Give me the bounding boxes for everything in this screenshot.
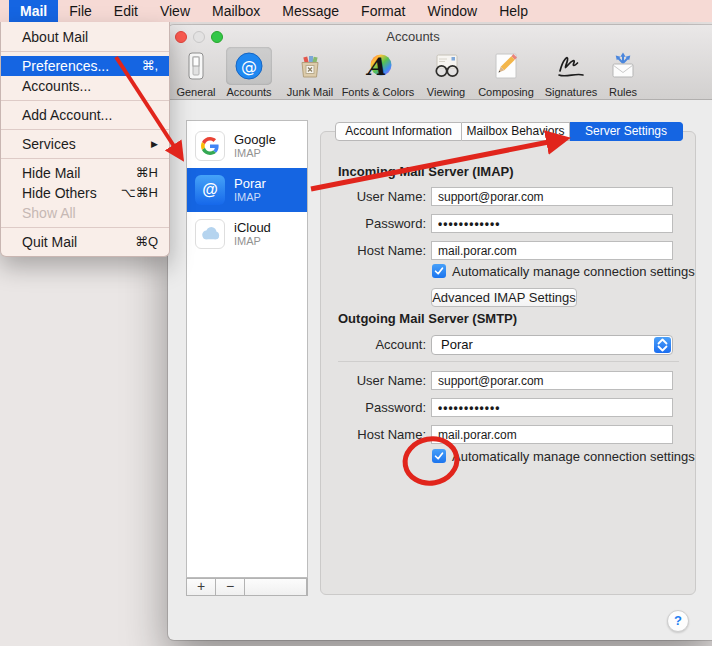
popup-stepper-icon (654, 337, 671, 353)
menubar-item-file[interactable]: File (58, 0, 103, 22)
menu-bar: Mail File Edit View Mailbox Message Form… (0, 0, 712, 22)
tab-account-information[interactable]: Account Information (335, 122, 462, 141)
menu-item-add-account[interactable]: Add Account... (1, 105, 169, 125)
outgoing-heading: Outgoing Mail Server (SMTP) (338, 311, 517, 326)
menu-item-preferences[interactable]: Preferences... ⌘, (1, 56, 169, 76)
outgoing-password-input[interactable] (431, 398, 673, 417)
menu-item-quit-mail[interactable]: Quit Mail ⌘Q (1, 232, 169, 252)
smtp-account-popup[interactable]: Porar (431, 335, 673, 355)
minimize-window-button[interactable] (193, 31, 205, 43)
smtp-separator (338, 361, 679, 362)
menu-separator (1, 47, 169, 56)
menu-item-shortcut: ⌘H (136, 163, 158, 183)
incoming-heading: Incoming Mail Server (IMAP) (338, 164, 514, 179)
font-colorwheel-icon: A (355, 47, 401, 85)
menu-item-services[interactable]: Services ▶ (1, 134, 169, 154)
incoming-host-label: Host Name: (331, 241, 426, 260)
menu-item-about-mail[interactable]: About Mail (1, 27, 169, 47)
account-name: Google (234, 132, 276, 147)
close-window-button[interactable] (175, 31, 187, 43)
menu-item-label: Add Account... (22, 105, 112, 125)
settings-panel: Incoming Mail Server (IMAP) User Name: P… (320, 131, 696, 595)
menu-separator (1, 223, 169, 232)
junk-bin-icon (287, 47, 333, 85)
outgoing-user-label: User Name: (331, 371, 426, 390)
menu-item-hide-mail[interactable]: Hide Mail ⌘H (1, 163, 169, 183)
menubar-item-help[interactable]: Help (488, 0, 539, 22)
outgoing-host-input[interactable] (431, 425, 673, 444)
account-row-text: Porar IMAP (234, 176, 266, 204)
window-title: Accounts (353, 29, 473, 44)
toolbar-label: Rules (578, 86, 668, 98)
menubar-item-format[interactable]: Format (350, 0, 416, 22)
account-row-text: iCloud IMAP (234, 220, 271, 248)
menu-item-label: Services (22, 134, 76, 154)
envelope-arrows-icon (600, 47, 646, 85)
menubar-item-view[interactable]: View (149, 0, 201, 22)
outgoing-host-label: Host Name: (331, 425, 426, 444)
outgoing-password-label: Password: (331, 398, 426, 417)
icloud-cloud-icon (195, 219, 225, 249)
menu-item-shortcut: ⌥⌘H (121, 183, 158, 203)
accounts-window: Accounts General @ Accounts (168, 25, 712, 640)
menu-item-hide-others[interactable]: Hide Others ⌥⌘H (1, 183, 169, 203)
at-badge-icon: @ (195, 175, 225, 205)
menu-item-shortcut: ⌘, (141, 56, 158, 76)
tab-server-settings[interactable]: Server Settings (570, 122, 683, 141)
add-account-button[interactable]: + (187, 579, 216, 595)
account-row-text: Google IMAP (234, 132, 276, 160)
account-row-icloud[interactable]: iCloud IMAP (187, 212, 307, 256)
menu-separator (1, 154, 169, 163)
incoming-auto-manage-checkbox[interactable] (432, 264, 446, 278)
outgoing-auto-manage-label: Automatically manage connection settings (452, 449, 695, 464)
account-protocol: IMAP (234, 147, 276, 160)
outgoing-user-input[interactable] (431, 371, 673, 390)
smtp-account-value: Porar (441, 337, 473, 352)
tab-mailbox-behaviors[interactable]: Mailbox Behaviors (462, 122, 570, 141)
incoming-user-input[interactable] (431, 187, 673, 206)
menu-item-show-all: Show All (1, 203, 169, 223)
menu-item-label: About Mail (22, 27, 88, 47)
incoming-auto-manage-label: Automatically manage connection settings (452, 264, 695, 279)
account-name: iCloud (234, 220, 271, 235)
outgoing-auto-manage-checkbox[interactable] (432, 449, 446, 463)
outgoing-auto-manage-row: Automatically manage connection settings (432, 448, 695, 464)
menubar-item-message[interactable]: Message (271, 0, 350, 22)
incoming-password-input[interactable] (431, 214, 673, 233)
menubar-item-mail[interactable]: Mail (9, 0, 58, 22)
incoming-user-label: User Name: (331, 187, 426, 206)
accounts-sidebar-list: Google IMAP @ Porar IMAP iCloud (186, 120, 308, 578)
mail-menu-dropdown: About Mail Preferences... ⌘, Accounts...… (0, 22, 170, 257)
incoming-password-label: Password: (331, 214, 426, 233)
menu-item-label: Quit Mail (22, 232, 77, 252)
account-name: Porar (234, 176, 266, 191)
pencil-icon (483, 47, 529, 85)
advanced-imap-settings-button[interactable]: Advanced IMAP Settings (431, 288, 577, 307)
account-protocol: IMAP (234, 235, 271, 248)
menu-item-accounts[interactable]: Accounts... (1, 76, 169, 96)
menubar-item-mailbox[interactable]: Mailbox (201, 0, 271, 22)
account-row-google[interactable]: Google IMAP (187, 124, 307, 168)
incoming-host-input[interactable] (431, 241, 673, 260)
account-row-porar[interactable]: @ Porar IMAP (187, 168, 307, 212)
remove-account-button[interactable]: − (216, 579, 245, 595)
account-protocol: IMAP (234, 191, 266, 204)
menu-separator (1, 125, 169, 134)
toolbar-item-rules[interactable]: Rules (578, 47, 668, 98)
svg-text:@: @ (241, 57, 257, 76)
outgoing-account-label: Account: (331, 335, 426, 354)
settings-tabs: Account Information Mailbox Behaviors Se… (335, 122, 683, 141)
svg-text:A: A (365, 52, 386, 81)
zoom-window-button[interactable] (211, 31, 223, 43)
window-titlebar: Accounts General @ Accounts (168, 25, 712, 100)
incoming-auto-manage-row: Automatically manage connection settings (432, 263, 695, 279)
menu-item-label: Hide Mail (22, 163, 80, 183)
menu-separator (1, 96, 169, 105)
menu-item-label: Show All (22, 203, 76, 223)
help-button[interactable]: ? (667, 610, 689, 632)
menubar-item-edit[interactable]: Edit (103, 0, 149, 22)
menubar-item-window[interactable]: Window (416, 0, 488, 22)
google-logo-icon (195, 131, 225, 161)
menu-item-label: Accounts... (22, 76, 91, 96)
menu-item-shortcut: ⌘Q (135, 232, 158, 252)
